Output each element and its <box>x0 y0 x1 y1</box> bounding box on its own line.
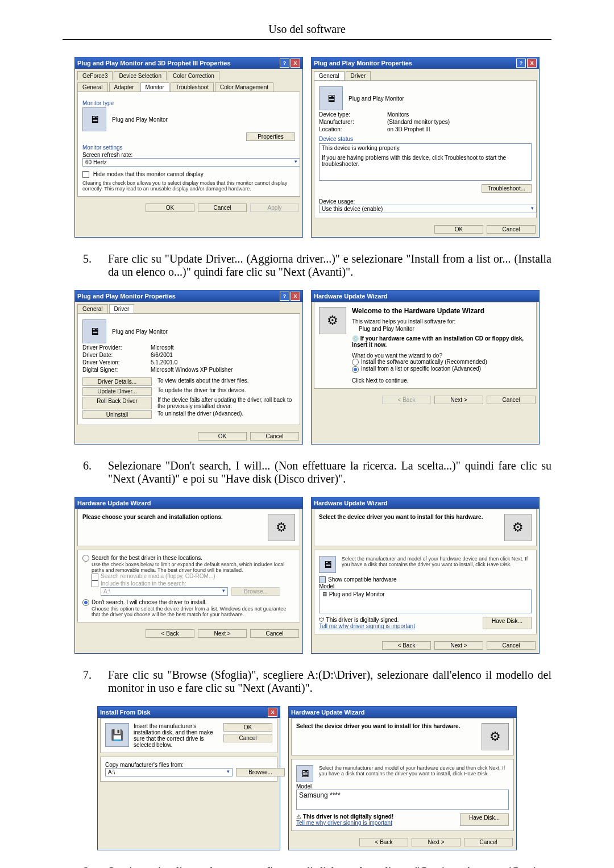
window-hardware-wizard-search-options: Hardware Update Wizard Please choose you… <box>74 497 303 654</box>
step-6: 6. Selezionare "Don't search, I will... … <box>83 459 551 485</box>
ok-button[interactable]: OK <box>146 203 194 212</box>
next-button[interactable]: Next > <box>412 838 460 846</box>
tab-driver[interactable]: Driver <box>109 304 135 313</box>
step-8: 8. Se viene visualizzata la seguente fin… <box>83 865 551 868</box>
titlebar: Hardware Update Wizard <box>312 290 539 302</box>
manufacturer-value: (Standard monitor types) <box>387 119 450 125</box>
model-list[interactable]: Samsung **** <box>296 790 509 810</box>
titlebar-text: Hardware Update Wizard <box>314 293 388 300</box>
cancel-button[interactable]: Cancel <box>223 734 272 742</box>
device-status-box: This device is working properly. If you … <box>319 143 532 181</box>
wizard-instructions: Select the manufacturer and model of you… <box>319 765 509 782</box>
back-button[interactable]: < Back <box>382 641 431 650</box>
cancel-button[interactable]: Cancel <box>250 432 299 441</box>
tab-general[interactable]: General <box>77 304 108 313</box>
uninstall-desc: To uninstall the driver (Advanced). <box>157 410 295 419</box>
close-icon[interactable]: X <box>268 708 277 717</box>
tab-troubleshoot[interactable]: Troubleshoot <box>171 82 214 92</box>
tab-geforce3[interactable]: GeForce3 <box>77 71 113 80</box>
titlebar: Hardware Update Wizard <box>75 497 302 509</box>
wizard-icon: ⚙ <box>482 723 509 750</box>
cancel-button[interactable]: Cancel <box>487 225 536 234</box>
have-disk-button[interactable]: Have Disk... <box>460 813 509 826</box>
tab-general[interactable]: General <box>314 71 345 80</box>
wizard-icon: ⚙ <box>268 514 295 541</box>
device-name: Plug and Play Monitor <box>349 95 404 102</box>
cancel-button[interactable]: Cancel <box>487 396 536 404</box>
have-disk-button[interactable]: Have Disk... <box>483 617 532 629</box>
troubleshoot-button[interactable]: Troubleshoot... <box>482 184 532 193</box>
device-name: Plug and Play Monitor <box>112 329 168 335</box>
cancel-button[interactable]: Cancel <box>464 838 513 846</box>
dont-search-note: Choose this option to select the device … <box>92 606 295 617</box>
step-5-text: Fare clic su "Update Driver... (Aggiorna… <box>108 252 551 279</box>
hide-modes-checkbox[interactable] <box>82 171 89 178</box>
wizard-heading: Please choose your search and installati… <box>82 514 223 520</box>
status-help-text: If you are having problems with this dev… <box>322 155 529 167</box>
next-button[interactable]: Next > <box>434 396 483 404</box>
back-button[interactable]: < Back <box>146 629 194 638</box>
help-icon[interactable]: ? <box>280 292 289 301</box>
step-5-num: 5. <box>83 252 108 279</box>
titlebar: Hardware Update Wizard <box>289 707 516 718</box>
monitor-icon: 🖥 <box>319 556 336 573</box>
browse-button[interactable]: Browse... <box>236 768 285 776</box>
tab-monitor[interactable]: Monitor <box>140 82 169 92</box>
location-dropdown: A:\ <box>101 587 228 596</box>
tab-color-correction[interactable]: Color Correction <box>168 71 219 80</box>
next-button[interactable]: Next > <box>198 629 247 638</box>
cancel-button[interactable]: Cancel <box>198 203 247 212</box>
close-icon[interactable]: X <box>527 59 537 68</box>
model-list[interactable]: 🖥 Plug and Play Monitor <box>319 589 532 613</box>
uninstall-button[interactable]: Uninstall <box>82 410 152 419</box>
cancel-button[interactable]: Cancel <box>487 641 536 650</box>
next-button[interactable]: Next > <box>434 641 483 650</box>
help-icon[interactable]: ? <box>516 59 526 68</box>
driver-details-desc: To view details about the driver files. <box>157 377 295 386</box>
disk-icon: 💾 <box>105 723 129 747</box>
model-column-label: Model <box>296 783 509 790</box>
ok-button[interactable]: OK <box>198 432 247 441</box>
signing-info-link[interactable]: Tell me why driver signing is important <box>319 623 415 629</box>
signing-info-link[interactable]: Tell me why driver signing is important <box>296 820 393 826</box>
chk-include-location <box>92 580 98 587</box>
radio-install-auto-label: Install the software automatically (Reco… <box>361 359 487 365</box>
monitor-icon: 🖥 <box>82 319 106 343</box>
tab-driver[interactable]: Driver <box>346 71 371 80</box>
driver-details-button[interactable]: Driver Details... <box>82 377 152 386</box>
titlebar: Hardware Update Wizard <box>312 497 539 509</box>
close-icon[interactable]: X <box>291 59 300 68</box>
refresh-rate-label: Screen refresh rate: <box>82 152 295 158</box>
ok-button[interactable]: OK <box>434 225 483 234</box>
location-value: on 3D Prophet III <box>387 126 430 132</box>
tab-adapter[interactable]: Adapter <box>109 82 139 92</box>
wizard-click-next: Click Next to continue. <box>352 377 532 384</box>
radio-search-best[interactable] <box>82 555 89 562</box>
step-7: 7. Fare clic su "Browse (Sfoglia)", sceg… <box>83 668 551 695</box>
back-button[interactable]: < Back <box>359 838 408 846</box>
tab-device-selection[interactable]: Device Selection <box>114 71 166 80</box>
device-usage-dropdown[interactable]: Use this device (enable) <box>319 205 537 213</box>
rollback-driver-button[interactable]: Roll Back Driver <box>82 397 152 409</box>
help-icon[interactable]: ? <box>280 59 289 68</box>
back-button: < Back <box>382 396 431 404</box>
step-7-text: Fare clic su "Browse (Sfoglia)", sceglie… <box>108 668 551 695</box>
copy-from-dropdown[interactable]: A:\ <box>105 768 233 776</box>
ok-button[interactable]: OK <box>223 723 272 732</box>
step-8-num: 8. <box>83 865 108 868</box>
update-driver-button[interactable]: Update Driver... <box>82 387 152 396</box>
properties-button[interactable]: Properties <box>246 132 295 141</box>
tabs-row-bottom: General Adapter Monitor Troubleshoot Col… <box>75 80 302 92</box>
update-driver-desc: To update the driver for this device. <box>157 387 295 396</box>
close-icon[interactable]: X <box>291 292 300 301</box>
tab-color-management[interactable]: Color Management <box>215 82 273 92</box>
titlebar-text: Hardware Update Wizard <box>314 500 388 506</box>
radio-install-from-list[interactable] <box>352 366 359 373</box>
tab-general[interactable]: General <box>77 82 108 92</box>
refresh-rate-dropdown[interactable]: 60 Hertz <box>82 158 300 167</box>
hide-modes-note: Clearing this check box allows you to se… <box>82 180 295 192</box>
radio-install-auto[interactable] <box>352 359 359 366</box>
radio-dont-search[interactable] <box>82 599 89 606</box>
chk-show-compatible[interactable] <box>319 576 326 583</box>
cancel-button[interactable]: Cancel <box>250 629 299 638</box>
